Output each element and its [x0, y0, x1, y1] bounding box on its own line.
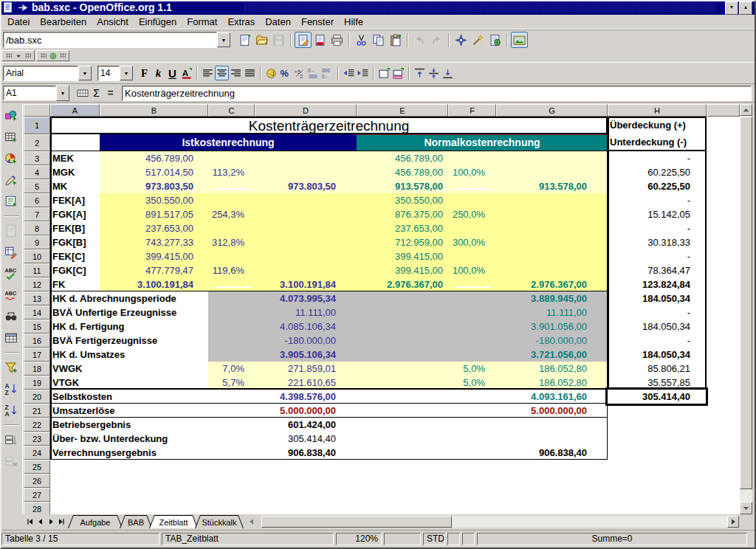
undo-icon[interactable] — [411, 32, 428, 48]
col-header-C[interactable]: C — [208, 104, 255, 117]
cell-E6[interactable]: 350.550,00 — [357, 193, 443, 207]
cell-G20[interactable]: 4.093.161,60 — [496, 390, 587, 404]
next-sheet-button[interactable] — [46, 516, 56, 528]
sum-button[interactable]: Σ — [89, 86, 103, 100]
col-header-i[interactable] — [707, 104, 740, 117]
cell-H11[interactable]: 78.364,47 — [608, 263, 690, 277]
row-header-10[interactable]: 10 — [24, 249, 50, 263]
url-field[interactable] — [3, 32, 217, 48]
stylist-icon[interactable] — [470, 32, 487, 48]
row-header-25[interactable]: 25 — [24, 460, 50, 474]
align-vcenter-icon[interactable] — [427, 66, 441, 80]
cell-A24[interactable]: Verrechnungsergebnis — [51, 446, 207, 460]
cell-B7[interactable]: 891.517,05 — [100, 207, 193, 221]
ist-header-cell[interactable]: Istkostenrechnung — [100, 134, 357, 151]
row-header-11[interactable]: 11 — [24, 263, 50, 277]
cell-E11[interactable]: 399.415,00 — [357, 263, 443, 277]
cell-F9[interactable]: 300,0% — [448, 235, 485, 249]
align-justify-icon[interactable] — [243, 66, 257, 80]
maximize-button[interactable]: ▴ — [739, 1, 752, 15]
previous-sheet-button[interactable] — [35, 516, 46, 528]
collapsed-toolbar-segment[interactable] — [1, 50, 35, 61]
number-standard-icon[interactable]: +52 — [292, 66, 306, 80]
font-size-field[interactable] — [97, 66, 120, 81]
font-size-dropdown[interactable]: ▼ — [120, 66, 133, 80]
row-header-22[interactable]: 22 — [24, 418, 50, 432]
cell-E8[interactable]: 237.653,00 — [357, 221, 443, 235]
spellcheck-icon[interactable]: ABC — [2, 265, 21, 283]
cell-C4[interactable]: 113,2% — [208, 165, 244, 179]
first-sheet-button[interactable] — [25, 516, 35, 528]
last-sheet-button[interactable] — [56, 516, 66, 528]
cell-H17[interactable]: 184.050,34 — [608, 348, 690, 362]
url-input[interactable] — [4, 34, 216, 46]
font-name-field[interactable] — [3, 66, 78, 81]
cell-H15[interactable]: 184.050,34 — [608, 320, 690, 334]
add-decimal-icon[interactable]: 0→.000 — [306, 66, 320, 80]
cut-icon[interactable] — [353, 32, 370, 48]
find-replace-icon[interactable] — [2, 308, 21, 325]
font-name-dropdown[interactable]: ▼ — [78, 66, 92, 80]
cell-D14[interactable]: 11.111,00 — [255, 305, 336, 320]
select-all-corner[interactable] — [24, 104, 50, 117]
cell-A22[interactable]: Betriebsergebnis — [51, 418, 207, 432]
sheet-tab-bab[interactable]: BAB — [120, 515, 152, 528]
cell-H10[interactable]: - — [608, 249, 690, 263]
cell-E5[interactable]: 913.578,00 — [357, 179, 443, 193]
cell-H9[interactable]: 30.318,33 — [608, 235, 690, 249]
cell-H16[interactable]: - — [608, 334, 690, 348]
align-top-icon[interactable] — [413, 66, 427, 80]
cell-H13[interactable]: 184.050,34 — [608, 291, 690, 305]
cell-D16[interactable]: -180.000,00 — [255, 334, 336, 348]
cell-E4[interactable]: 456.789,00 — [357, 165, 443, 179]
cell-H3[interactable]: - — [608, 151, 690, 165]
row-header-14[interactable]: 14 — [24, 305, 50, 320]
cell-H20[interactable]: 305.414,40 — [608, 390, 690, 404]
status-zoom[interactable]: 120% — [336, 533, 382, 545]
sheet-tab-aufgabe[interactable]: Aufgabe — [68, 515, 123, 528]
equals-button[interactable]: = — [103, 86, 117, 100]
autospellcheck-icon[interactable]: ABC — [2, 286, 21, 304]
col-header-G[interactable]: G — [496, 104, 608, 117]
sheet-tab-stckkalk[interactable]: Stückkalk — [195, 515, 244, 528]
row-header-24[interactable]: 24 — [24, 446, 50, 460]
paste-icon[interactable] — [387, 32, 404, 48]
row-header-3[interactable]: 3 — [24, 151, 50, 165]
group-icon[interactable] — [2, 431, 21, 449]
url-dropdown-button[interactable]: ▼ — [217, 32, 230, 47]
cell-D23[interactable]: 305.414,40 — [255, 432, 336, 446]
name-box[interactable] — [3, 86, 56, 100]
sort-ascending-icon[interactable]: AZ — [2, 380, 21, 398]
form-controls-icon[interactable] — [2, 193, 21, 210]
row-header-28[interactable]: 28 — [24, 502, 50, 514]
save-icon[interactable] — [270, 32, 287, 48]
cell-D24[interactable]: 906.838,40 — [255, 446, 336, 460]
menu-hilfe[interactable]: Hilfe — [339, 15, 368, 28]
row-header-9[interactable]: 9 — [24, 235, 50, 249]
indent-more-icon[interactable] — [356, 66, 370, 80]
cell-H4[interactable]: 60.225,50 — [608, 165, 690, 179]
cell-C11[interactable]: 119,6% — [208, 263, 244, 277]
col-header-F[interactable]: F — [448, 104, 496, 117]
row-header-20[interactable]: 20 — [24, 390, 50, 404]
menu-daten[interactable]: Daten — [260, 15, 296, 28]
hscroll-left-button[interactable] — [247, 516, 257, 528]
cell-G24[interactable]: 906.838,40 — [496, 446, 587, 460]
cell-C7[interactable]: 254,3% — [208, 207, 244, 221]
cell-A15[interactable]: HK d. Fertigung — [51, 320, 207, 334]
number-percent-icon[interactable]: % — [278, 66, 292, 80]
cell-B9[interactable]: 743.277,33 — [100, 235, 193, 249]
cell-B12[interactable]: 3.100.191,84 — [100, 277, 193, 291]
underline-button-button[interactable]: U — [165, 66, 179, 80]
col-header-D[interactable]: D — [255, 104, 357, 117]
redo-icon[interactable] — [428, 32, 445, 48]
scroll-down-button[interactable] — [740, 502, 752, 514]
cell-H18[interactable]: 85.806,21 — [608, 362, 690, 376]
col-header-A[interactable]: A — [50, 104, 100, 117]
cell-C19[interactable]: 5,7% — [208, 376, 244, 390]
cell-A13[interactable]: HK d. Abrechnungsperiode — [51, 291, 207, 305]
cell-A20[interactable]: Selbstkosten — [51, 390, 207, 404]
menu-ansicht[interactable]: Ansicht — [92, 15, 134, 28]
row-header-18[interactable]: 18 — [24, 362, 50, 376]
align-left-icon[interactable] — [201, 66, 215, 80]
